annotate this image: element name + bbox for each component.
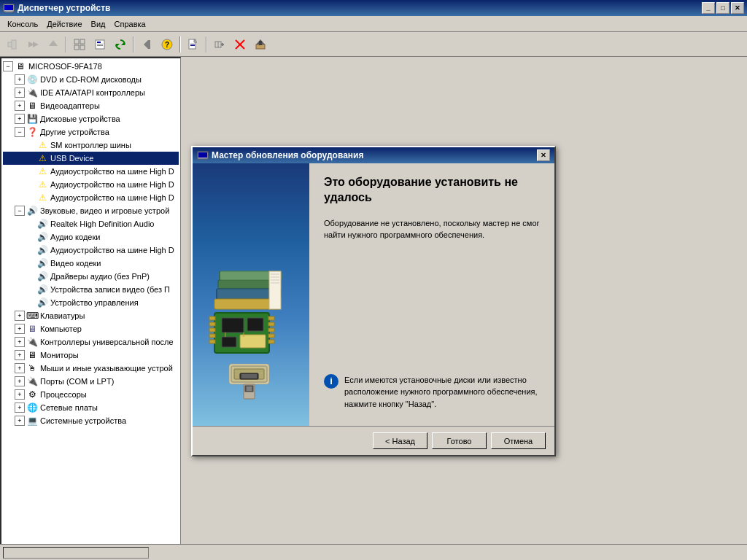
tree-item-port[interactable]: + 🔌 Порты (COM и LPT) — [3, 375, 179, 388]
disk-expand[interactable]: + — [15, 114, 25, 124]
toolbar-showhide-btn[interactable] — [70, 35, 89, 54]
close-btn[interactable]: ✕ — [731, 2, 744, 14]
kbd-expand[interactable]: + — [15, 311, 25, 321]
tree-item-net[interactable]: + 🌐 Сетевые платы — [3, 401, 179, 414]
tree-item-cpu[interactable]: + ⚙ Процессоры — [3, 388, 179, 401]
tree-item-disk[interactable]: + 💾 Дисковые устройства — [3, 112, 179, 125]
tree-item-other[interactable]: − ❓ Другие устройства — [3, 125, 179, 139]
mon-expand[interactable]: + — [15, 350, 25, 360]
tree-root[interactable]: − 🖥 MICROSOF-9FA178 — [3, 60, 179, 73]
svg-rect-5 — [12, 40, 16, 49]
sound-expand[interactable]: − — [15, 206, 25, 216]
tree-item-acodec[interactable]: 🔊 Аудио кодеки — [3, 230, 179, 244]
svg-rect-37 — [198, 152, 207, 158]
svg-rect-57 — [268, 328, 274, 332]
vrec-icon: 🔊 — [36, 284, 48, 295]
svg-rect-14 — [97, 42, 101, 43]
toolbar: ? — [0, 32, 747, 57]
other-expand[interactable]: − — [15, 127, 25, 137]
svg-rect-52 — [209, 328, 215, 332]
tree-item-audio3[interactable]: ⚠ Аудиоустройство на шине High D — [3, 191, 179, 204]
tree-item-adrv[interactable]: 🔊 Драйверы аудио (без PnP) — [3, 270, 179, 283]
wizard-title: Мастер обновления оборудования — [212, 150, 363, 160]
tree-item-mouse[interactable]: + 🖱 Мыши и иные указывающие устрой — [3, 362, 179, 375]
svg-rect-61 — [247, 318, 263, 331]
svg-rect-53 — [209, 334, 215, 338]
menu-action[interactable]: Действие — [42, 18, 86, 30]
dvd-expand[interactable]: + — [15, 74, 25, 85]
maximize-btn[interactable]: □ — [716, 2, 729, 14]
audio3-label: Аудиоустройство на шине High D — [50, 193, 174, 202]
toolbar-update-btn[interactable] — [251, 35, 270, 54]
audio2-icon: ⚠ — [36, 179, 48, 190]
toolbar-nav-back-btn[interactable] — [137, 35, 156, 54]
wizard-title-bar: Мастер обновления оборудования ✕ — [193, 147, 554, 163]
wizard-finish-btn[interactable]: Готово — [432, 432, 487, 449]
toolbar-delete-btn[interactable] — [231, 35, 249, 54]
kbd-icon: ⌨ — [26, 310, 38, 322]
wizard-back-btn[interactable]: < Назад — [373, 432, 427, 449]
video-expand[interactable]: + — [15, 101, 25, 111]
ide-icon: 🔌 — [26, 87, 38, 98]
tree-item-sm[interactable]: ⚠ SM контроллер шины — [3, 139, 179, 152]
tree-item-sound[interactable]: − 🔊 Звуковые, видео и игровые устрой — [3, 204, 179, 217]
toolbar-expand-btn[interactable] — [210, 35, 229, 54]
tree-item-audiobus[interactable]: 🔊 Аудиоустройство на шине High D — [3, 244, 179, 257]
toolbar-up-btn[interactable] — [44, 35, 63, 54]
menu-console[interactable]: Консоль — [3, 18, 42, 30]
tree-item-vcodec[interactable]: 🔊 Видео кодеки — [3, 257, 179, 270]
tree-item-comp[interactable]: + 🖥 Компьютер — [3, 322, 179, 335]
port-expand[interactable]: + — [15, 376, 25, 386]
root-expand[interactable]: − — [3, 61, 13, 71]
sm-label: SM контроллер шины — [50, 141, 131, 149]
device-tree[interactable]: − 🖥 MICROSOF-9FA178 + 💿 DVD и CD-ROM дис… — [0, 57, 181, 559]
tree-item-sys[interactable]: + 💻 Системные устройства — [3, 414, 179, 427]
usbctrl-expand[interactable]: + — [15, 337, 25, 347]
net-expand[interactable]: + — [15, 402, 25, 413]
mouse-expand[interactable]: + — [15, 363, 25, 373]
wizard-cancel-btn[interactable]: Отмена — [491, 432, 546, 449]
minimize-btn[interactable]: _ — [702, 2, 715, 14]
wizard-info-box: i Если имеются установочные диски или из… — [324, 370, 540, 415]
tree-item-ctrl[interactable]: 🔊 Устройство управления — [3, 296, 179, 309]
toolbar-help-btn[interactable]: ? — [158, 35, 177, 54]
tree-item-video[interactable]: + 🖥 Видеоадаптеры — [3, 99, 179, 112]
video-label: Видеоадаптеры — [40, 101, 100, 110]
tree-item-usbctrl[interactable]: + 🔌 Контроллеры универсальной после — [3, 335, 179, 349]
mon-label: Мониторы — [40, 351, 79, 359]
svg-marker-8 — [49, 40, 58, 46]
other-icon: ❓ — [26, 126, 38, 138]
toolbar-forward-btn[interactable] — [23, 35, 42, 54]
net-icon: 🌐 — [26, 402, 38, 413]
toolbar-export-btn[interactable] — [184, 35, 203, 54]
svg-rect-15 — [97, 44, 103, 44]
svg-marker-19 — [144, 40, 148, 49]
menu-view[interactable]: Вид — [87, 18, 110, 30]
realtek-icon: 🔊 — [36, 218, 48, 230]
sys-expand[interactable]: + — [15, 416, 25, 426]
tree-item-ide[interactable]: + 🔌 IDE ATA/ATAPI контроллеры — [3, 86, 179, 99]
svg-rect-73 — [247, 386, 252, 391]
tree-item-kbd[interactable]: + ⌨ Клавиатуры — [3, 309, 179, 322]
menu-help[interactable]: Справка — [110, 18, 150, 30]
comp-expand[interactable]: + — [15, 324, 25, 334]
tree-item-mon[interactable]: + 🖥 Мониторы — [3, 349, 179, 362]
comp-label: Компьютер — [40, 324, 82, 333]
toolbar-back-btn[interactable] — [3, 35, 22, 54]
tree-item-usb[interactable]: ⚠ USB Device — [3, 152, 179, 165]
tree-item-realtek[interactable]: 🔊 Realtek High Definition Audio — [3, 217, 179, 230]
usb-label: USB Device — [50, 154, 93, 163]
ide-expand[interactable]: + — [15, 88, 25, 98]
tree-item-audio2[interactable]: ⚠ Аудиоустройство на шине High D — [3, 178, 179, 191]
root-label: MICROSOF-9FA178 — [28, 62, 102, 71]
window-title: Диспетчер устройств — [18, 3, 110, 13]
svg-rect-16 — [97, 45, 103, 46]
realtek-label: Realtek High Definition Audio — [50, 219, 154, 228]
tree-item-audio1[interactable]: ⚠ Аудиоустройство на шине High D — [3, 165, 179, 178]
tree-item-vrec[interactable]: 🔊 Устройства записи видео (без П — [3, 283, 179, 296]
tree-item-dvd[interactable]: + 💿 DVD и CD-ROM дисководы — [3, 73, 179, 86]
toolbar-refresh-btn[interactable] — [111, 35, 130, 54]
toolbar-properties-btn[interactable] — [90, 35, 109, 54]
wizard-close-btn[interactable]: ✕ — [537, 149, 550, 161]
cpu-expand[interactable]: + — [15, 389, 25, 400]
